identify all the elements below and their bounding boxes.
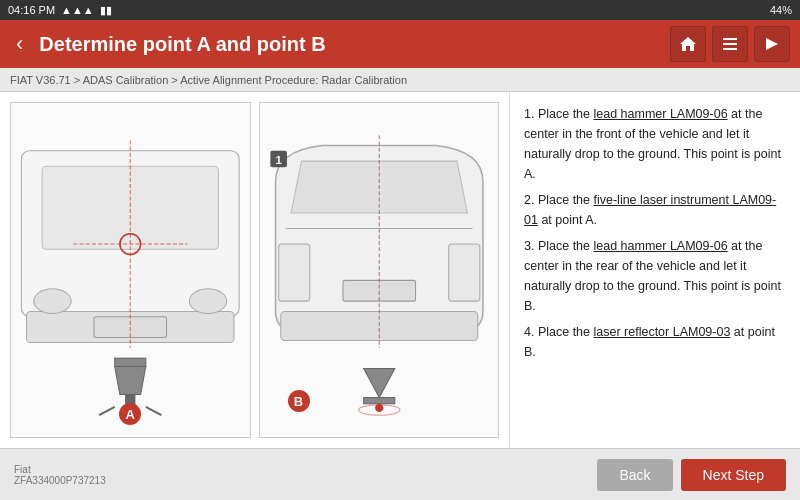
svg-rect-1	[723, 38, 737, 40]
header-icon-group	[670, 26, 790, 62]
svg-line-17	[99, 407, 115, 415]
label-a: A	[119, 403, 141, 425]
svg-point-10	[189, 289, 226, 314]
step-1: 1. Place the lead hammer LAM09-06 at the…	[524, 104, 786, 184]
main-content: A	[0, 92, 800, 448]
svg-marker-4	[766, 38, 778, 50]
status-bar: 04:16 PM ▲▲▲ ▮▮ 44%	[0, 0, 800, 20]
status-right: 44%	[770, 4, 792, 16]
svg-line-18	[146, 407, 162, 415]
next-step-button[interactable]: Next Step	[681, 459, 786, 491]
back-button[interactable]: Back	[597, 459, 672, 491]
step1-prefix: 1. Place the	[524, 107, 594, 121]
footer-code: ZFA334000P737213	[14, 475, 106, 486]
battery-display: 44%	[770, 4, 792, 16]
breadcrumb-text: FIAT V36.71 > ADAS Calibration > Active …	[10, 74, 407, 86]
svg-rect-3	[723, 48, 737, 50]
svg-rect-22	[278, 244, 309, 301]
step-3: 3. Place the lead hammer LAM09-06 at the…	[524, 236, 786, 316]
step4-tool: laser reflector LAM09-03	[594, 325, 731, 339]
time-display: 04:16 PM	[8, 4, 55, 16]
wifi-icon: ▲▲▲	[61, 4, 94, 16]
svg-rect-14	[115, 358, 146, 366]
svg-marker-15	[115, 366, 146, 394]
step2-suffix: at point A.	[538, 213, 597, 227]
step3-prefix: 3. Place the	[524, 239, 594, 253]
svg-marker-0	[680, 37, 696, 51]
instruction-text: 1. Place the lead hammer LAM09-06 at the…	[510, 92, 800, 448]
breadcrumb: FIAT V36.71 > ADAS Calibration > Active …	[0, 68, 800, 92]
image-section: A	[0, 92, 510, 448]
forward-icon-button[interactable]	[754, 26, 790, 62]
footer-info: Fiat ZFA334000P737213	[14, 464, 106, 486]
svg-rect-30	[363, 398, 394, 404]
step4-prefix: 4. Place the	[524, 325, 594, 339]
label-b: B	[288, 390, 310, 412]
diagram-a: A	[10, 102, 251, 438]
svg-rect-23	[448, 244, 479, 301]
footer-buttons: Back Next Step	[597, 459, 786, 491]
svg-point-9	[34, 289, 71, 314]
status-left: 04:16 PM ▲▲▲ ▮▮	[8, 4, 112, 17]
diagram-b: 1 B	[259, 102, 500, 438]
step-2: 2. Place the five-line laser instrument …	[524, 190, 786, 230]
step3-tool: lead hammer LAM09-06	[594, 239, 728, 253]
footer: Fiat ZFA334000P737213 Back Next Step	[0, 448, 800, 500]
step2-prefix: 2. Place the	[524, 193, 594, 207]
page-title: Determine point A and point B	[39, 33, 660, 56]
svg-rect-2	[723, 43, 737, 45]
footer-company: Fiat	[14, 464, 106, 475]
header: ‹ Determine point A and point B	[0, 20, 800, 68]
menu-icon-button[interactable]	[712, 26, 748, 62]
back-nav-button[interactable]: ‹	[10, 31, 29, 57]
home-icon-button[interactable]	[670, 26, 706, 62]
svg-text:1: 1	[275, 154, 282, 166]
step1-tool: lead hammer LAM09-06	[594, 107, 728, 121]
svg-marker-29	[363, 369, 394, 398]
step-4: 4. Place the laser reflector LAM09-03 at…	[524, 322, 786, 362]
signal-icon: ▮▮	[100, 4, 112, 17]
